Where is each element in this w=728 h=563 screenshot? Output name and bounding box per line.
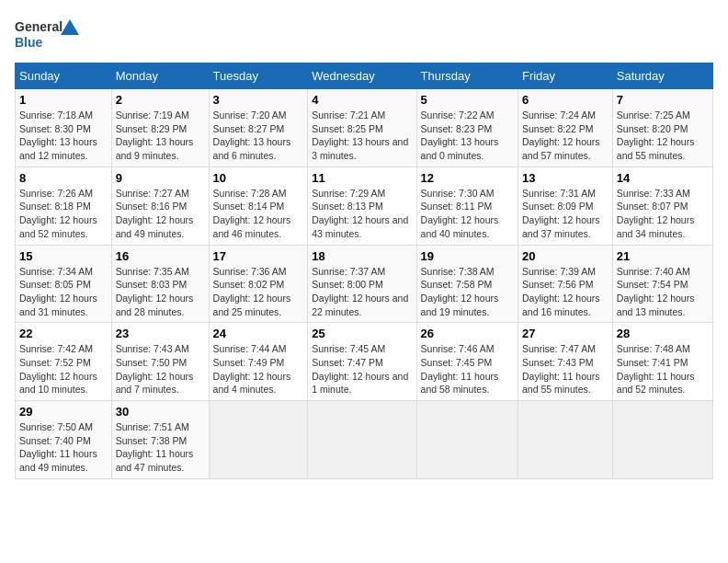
day-number: 10 bbox=[213, 171, 304, 185]
day-number: 28 bbox=[617, 327, 709, 340]
calendar-cell: 6Sunrise: 7:24 AMSunset: 8:22 PMDaylight… bbox=[518, 89, 612, 167]
weekday-monday: Monday bbox=[111, 63, 209, 89]
calendar-cell: 1Sunrise: 7:18 AMSunset: 8:30 PMDaylight… bbox=[16, 89, 112, 167]
logo-svg: General Blue bbox=[15, 15, 79, 53]
day-number: 8 bbox=[19, 171, 108, 185]
day-number: 4 bbox=[312, 93, 412, 107]
week-row-3: 15Sunrise: 7:34 AMSunset: 8:05 PMDayligh… bbox=[16, 245, 713, 323]
day-number: 18 bbox=[312, 249, 412, 263]
svg-text:Blue: Blue bbox=[15, 35, 43, 50]
svg-text:General: General bbox=[15, 19, 63, 34]
day-number: 22 bbox=[19, 327, 108, 340]
calendar-cell: 19Sunrise: 7:38 AMSunset: 7:58 PMDayligh… bbox=[416, 245, 518, 323]
day-number: 12 bbox=[421, 171, 514, 185]
day-info: Sunrise: 7:40 AMSunset: 7:54 PMDaylight:… bbox=[617, 265, 709, 319]
weekday-friday: Friday bbox=[518, 63, 612, 89]
day-number: 11 bbox=[312, 171, 412, 185]
day-info: Sunrise: 7:45 AMSunset: 7:47 PMDaylight:… bbox=[312, 342, 412, 396]
day-info: Sunrise: 7:51 AMSunset: 7:38 PMDaylight:… bbox=[116, 420, 205, 475]
day-info: Sunrise: 7:27 AMSunset: 8:16 PMDaylight:… bbox=[116, 187, 205, 241]
calendar-cell: 25Sunrise: 7:45 AMSunset: 7:47 PMDayligh… bbox=[308, 323, 416, 401]
page-header: General Blue bbox=[15, 15, 713, 53]
calendar-cell bbox=[518, 401, 612, 479]
day-info: Sunrise: 7:47 AMSunset: 7:43 PMDaylight:… bbox=[522, 342, 609, 396]
day-number: 14 bbox=[617, 171, 709, 185]
calendar-cell: 14Sunrise: 7:33 AMSunset: 8:07 PMDayligh… bbox=[612, 167, 712, 245]
day-info: Sunrise: 7:18 AMSunset: 8:30 PMDaylight:… bbox=[19, 109, 108, 163]
weekday-sunday: Sunday bbox=[16, 63, 112, 89]
day-number: 25 bbox=[312, 327, 412, 340]
calendar-cell: 29Sunrise: 7:50 AMSunset: 7:40 PMDayligh… bbox=[16, 401, 112, 479]
day-info: Sunrise: 7:33 AMSunset: 8:07 PMDaylight:… bbox=[617, 187, 709, 241]
day-info: Sunrise: 7:19 AMSunset: 8:29 PMDaylight:… bbox=[116, 109, 205, 163]
day-info: Sunrise: 7:29 AMSunset: 8:13 PMDaylight:… bbox=[312, 187, 412, 241]
day-number: 3 bbox=[213, 93, 304, 107]
day-number: 21 bbox=[617, 249, 709, 263]
day-info: Sunrise: 7:31 AMSunset: 8:09 PMDaylight:… bbox=[522, 187, 609, 241]
calendar-cell: 30Sunrise: 7:51 AMSunset: 7:38 PMDayligh… bbox=[111, 401, 209, 479]
day-number: 7 bbox=[617, 93, 709, 107]
calendar-cell: 11Sunrise: 7:29 AMSunset: 8:13 PMDayligh… bbox=[308, 167, 416, 245]
day-number: 23 bbox=[116, 327, 205, 340]
calendar-table: SundayMondayTuesdayWednesdayThursdayFrid… bbox=[15, 63, 713, 479]
day-number: 9 bbox=[116, 171, 205, 185]
day-number: 19 bbox=[421, 249, 514, 263]
calendar-cell: 5Sunrise: 7:22 AMSunset: 8:23 PMDaylight… bbox=[416, 89, 518, 167]
calendar-cell: 28Sunrise: 7:48 AMSunset: 7:41 PMDayligh… bbox=[612, 323, 712, 401]
calendar-cell bbox=[308, 401, 416, 479]
calendar-cell: 15Sunrise: 7:34 AMSunset: 8:05 PMDayligh… bbox=[16, 245, 112, 323]
day-number: 6 bbox=[522, 93, 609, 107]
calendar-cell: 21Sunrise: 7:40 AMSunset: 7:54 PMDayligh… bbox=[612, 245, 712, 323]
calendar-cell: 24Sunrise: 7:44 AMSunset: 7:49 PMDayligh… bbox=[209, 323, 308, 401]
day-number: 29 bbox=[19, 405, 108, 419]
day-info: Sunrise: 7:43 AMSunset: 7:50 PMDaylight:… bbox=[116, 342, 205, 396]
day-info: Sunrise: 7:26 AMSunset: 8:18 PMDaylight:… bbox=[19, 187, 108, 241]
day-info: Sunrise: 7:34 AMSunset: 8:05 PMDaylight:… bbox=[19, 265, 108, 319]
calendar-cell: 12Sunrise: 7:30 AMSunset: 8:11 PMDayligh… bbox=[416, 167, 518, 245]
day-number: 15 bbox=[19, 249, 108, 263]
week-row-5: 29Sunrise: 7:50 AMSunset: 7:40 PMDayligh… bbox=[16, 401, 713, 479]
day-number: 1 bbox=[19, 93, 108, 107]
day-info: Sunrise: 7:50 AMSunset: 7:40 PMDaylight:… bbox=[19, 420, 108, 475]
day-number: 16 bbox=[116, 249, 205, 263]
day-info: Sunrise: 7:37 AMSunset: 8:00 PMDaylight:… bbox=[312, 265, 412, 319]
weekday-wednesday: Wednesday bbox=[308, 63, 416, 89]
calendar-cell: 8Sunrise: 7:26 AMSunset: 8:18 PMDaylight… bbox=[16, 167, 112, 245]
week-row-1: 1Sunrise: 7:18 AMSunset: 8:30 PMDaylight… bbox=[16, 89, 713, 167]
day-number: 13 bbox=[522, 171, 609, 185]
day-info: Sunrise: 7:42 AMSunset: 7:52 PMDaylight:… bbox=[19, 342, 108, 396]
calendar-body: 1Sunrise: 7:18 AMSunset: 8:30 PMDaylight… bbox=[16, 89, 713, 479]
calendar-cell: 22Sunrise: 7:42 AMSunset: 7:52 PMDayligh… bbox=[16, 323, 112, 401]
calendar-cell: 13Sunrise: 7:31 AMSunset: 8:09 PMDayligh… bbox=[518, 167, 612, 245]
day-number: 30 bbox=[116, 405, 205, 419]
calendar-cell: 26Sunrise: 7:46 AMSunset: 7:45 PMDayligh… bbox=[416, 323, 518, 401]
day-number: 24 bbox=[213, 327, 304, 340]
day-info: Sunrise: 7:28 AMSunset: 8:14 PMDaylight:… bbox=[213, 187, 304, 241]
day-number: 2 bbox=[116, 93, 205, 107]
day-number: 17 bbox=[213, 249, 304, 263]
day-number: 26 bbox=[421, 327, 514, 340]
calendar-cell bbox=[416, 401, 518, 479]
calendar-cell: 7Sunrise: 7:25 AMSunset: 8:20 PMDaylight… bbox=[612, 89, 712, 167]
day-info: Sunrise: 7:38 AMSunset: 7:58 PMDaylight:… bbox=[421, 265, 514, 319]
day-info: Sunrise: 7:25 AMSunset: 8:20 PMDaylight:… bbox=[617, 109, 709, 163]
calendar-cell: 17Sunrise: 7:36 AMSunset: 8:02 PMDayligh… bbox=[209, 245, 308, 323]
calendar-cell bbox=[209, 401, 308, 479]
day-number: 20 bbox=[522, 249, 609, 263]
day-info: Sunrise: 7:39 AMSunset: 7:56 PMDaylight:… bbox=[522, 265, 609, 319]
calendar-cell: 2Sunrise: 7:19 AMSunset: 8:29 PMDaylight… bbox=[111, 89, 209, 167]
day-info: Sunrise: 7:24 AMSunset: 8:22 PMDaylight:… bbox=[522, 109, 609, 163]
weekday-saturday: Saturday bbox=[612, 63, 712, 89]
day-info: Sunrise: 7:48 AMSunset: 7:41 PMDaylight:… bbox=[617, 342, 709, 396]
day-info: Sunrise: 7:44 AMSunset: 7:49 PMDaylight:… bbox=[213, 342, 304, 396]
logo: General Blue bbox=[15, 15, 79, 53]
weekday-header-row: SundayMondayTuesdayWednesdayThursdayFrid… bbox=[16, 63, 713, 89]
svg-marker-2 bbox=[61, 19, 79, 35]
day-info: Sunrise: 7:22 AMSunset: 8:23 PMDaylight:… bbox=[421, 109, 514, 163]
weekday-tuesday: Tuesday bbox=[209, 63, 308, 89]
day-info: Sunrise: 7:36 AMSunset: 8:02 PMDaylight:… bbox=[213, 265, 304, 319]
day-info: Sunrise: 7:20 AMSunset: 8:27 PMDaylight:… bbox=[213, 109, 304, 163]
day-info: Sunrise: 7:46 AMSunset: 7:45 PMDaylight:… bbox=[421, 342, 514, 396]
day-number: 5 bbox=[421, 93, 514, 107]
calendar-cell: 27Sunrise: 7:47 AMSunset: 7:43 PMDayligh… bbox=[518, 323, 612, 401]
